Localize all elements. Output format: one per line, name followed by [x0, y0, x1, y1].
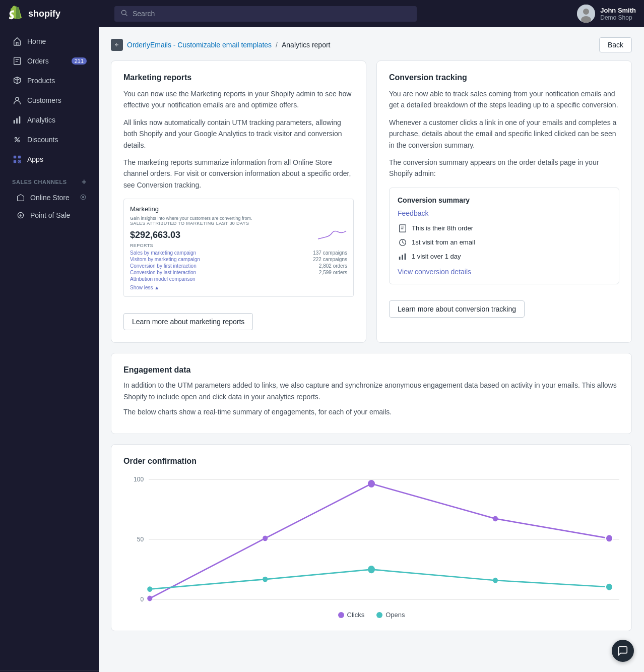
- cards-row: Marketing reports You can now use the Ma…: [111, 60, 632, 343]
- pos-icon: [16, 211, 25, 220]
- sidebar-products-label: Products: [27, 77, 55, 85]
- products-icon: [12, 76, 22, 86]
- ms-row-5: Attribution model comparison: [130, 276, 347, 282]
- svg-rect-11: [14, 156, 16, 158]
- marketing-para1: You can now use the Marketing reports in…: [123, 88, 354, 111]
- chart-container: 100 50 0: [123, 474, 619, 605]
- sidebar-item-analytics[interactable]: Analytics: [4, 110, 95, 130]
- home-icon: [12, 36, 22, 46]
- conversion-tracking-card: Conversion tracking You are now able to …: [376, 60, 632, 343]
- svg-rect-23: [405, 253, 406, 260]
- svg-rect-7: [16, 118, 18, 124]
- ms-sales-label: SALES ATTRIBUTED TO MARKETING LAST 30 DA…: [130, 221, 347, 226]
- svg-rect-19: [400, 225, 406, 232]
- customers-icon: [12, 95, 22, 105]
- sidebar-item-orders[interactable]: Orders 211: [4, 51, 95, 71]
- svg-point-2: [583, 9, 589, 15]
- ms-row-3: Conversion by first interaction 2,802 or…: [130, 263, 347, 269]
- svg-point-16: [82, 196, 84, 198]
- ms-subtitle: Gain insights into where your customers …: [130, 216, 347, 221]
- learn-more-marketing-btn[interactable]: Learn more about marketing reports: [123, 313, 253, 330]
- svg-point-30: [147, 596, 152, 601]
- view-conversion-details-link[interactable]: View conversion details: [398, 268, 471, 276]
- search-icon: [120, 9, 128, 19]
- svg-text:50: 50: [137, 536, 144, 543]
- svg-rect-8: [19, 116, 21, 124]
- ms-row-1: Sales by marketing campaign 137 campaign…: [130, 250, 347, 256]
- conversion-summary-box: Conversion summary Feedback This is thei…: [389, 188, 619, 284]
- store-icon: [16, 193, 25, 202]
- clicks-dot: [338, 612, 344, 618]
- search-bar[interactable]: [114, 6, 417, 22]
- search-input[interactable]: [133, 10, 411, 18]
- feedback-link[interactable]: Feedback: [398, 209, 611, 217]
- svg-rect-6: [14, 120, 15, 124]
- engagement-card: Engagement data In addition to the UTM p…: [111, 353, 632, 434]
- view-store-icon[interactable]: [80, 194, 87, 202]
- opens-dot: [376, 612, 382, 618]
- ms-show-less[interactable]: Show less ▲: [130, 285, 347, 290]
- chart-title: Order confirmation: [123, 457, 619, 466]
- svg-text:100: 100: [134, 476, 144, 483]
- chat-bubble[interactable]: [612, 640, 634, 662]
- apps-icon: [12, 154, 22, 164]
- mini-sparkline: [317, 228, 347, 242]
- breadcrumb-back-icon[interactable]: [111, 39, 123, 51]
- svg-rect-4: [14, 57, 21, 65]
- sidebar-item-pos[interactable]: Point of Sale: [4, 207, 95, 224]
- svg-rect-13: [14, 160, 16, 163]
- conv-item-2: 1st visit from an email: [398, 237, 611, 248]
- breadcrumb: OrderlyEmails - Customizable email templ…: [111, 37, 632, 52]
- shopify-text: shopify: [28, 9, 60, 19]
- receipt-icon: [398, 223, 408, 233]
- orders-badge: 211: [72, 57, 87, 65]
- analytics-icon: [12, 115, 22, 125]
- ms-row-2: Visitors by marketing campaign 222 campa…: [130, 257, 347, 262]
- chart-card: Order confirmation 100 50 0: [111, 444, 632, 631]
- topnav: shopify John Smith Demo Shop: [0, 0, 644, 27]
- sidebar-item-apps[interactable]: Apps: [4, 150, 95, 169]
- sidebar-item-discounts[interactable]: Discounts: [4, 130, 95, 149]
- sidebar-customers-label: Customers: [27, 96, 61, 104]
- engagement-para2: The below charts show a real-time summar…: [123, 406, 619, 417]
- back-button[interactable]: Back: [599, 37, 632, 52]
- conversion-para1: You are now able to track sales coming f…: [389, 88, 619, 111]
- marketing-para2: All links now automatically contain UTM …: [123, 117, 354, 151]
- ms-row-4: Conversion by last interaction 2,599 ord…: [130, 270, 347, 275]
- main-content: OrderlyEmails - Customizable email templ…: [99, 27, 644, 672]
- add-channel-icon[interactable]: +: [82, 177, 87, 187]
- marketing-reports-title: Marketing reports: [123, 73, 354, 82]
- sidebar: Home Orders 211 Products Customers Ana: [0, 27, 99, 672]
- opens-label: Opens: [385, 611, 405, 619]
- orders-icon: [12, 56, 22, 66]
- svg-point-32: [368, 480, 375, 487]
- logo[interactable]: shopify: [8, 6, 106, 22]
- sidebar-item-online-store[interactable]: Online Store: [4, 189, 95, 206]
- svg-point-36: [263, 577, 268, 582]
- clock-icon: [398, 237, 408, 248]
- marketing-screenshot: Marketing Gain insights into where your …: [123, 199, 354, 297]
- breadcrumb-app-link[interactable]: OrderlyEmails - Customizable email templ…: [127, 41, 272, 49]
- discounts-icon: [12, 135, 22, 145]
- svg-point-38: [493, 578, 498, 583]
- sidebar-discounts-label: Discounts: [27, 136, 58, 144]
- svg-point-5: [16, 97, 19, 100]
- svg-rect-12: [18, 156, 21, 158]
- conversion-para3: The conversion summary appears on the or…: [389, 157, 619, 179]
- conv-item-3: 1 visit over 1 day: [398, 252, 611, 262]
- svg-point-35: [147, 586, 152, 592]
- chat-icon: [617, 645, 628, 656]
- sidebar-item-customers[interactable]: Customers: [4, 91, 95, 110]
- avatar: [577, 5, 595, 23]
- user-menu[interactable]: John Smith Demo Shop: [577, 5, 636, 23]
- svg-point-9: [15, 138, 17, 140]
- engagement-para1: In addition to the UTM parameters added …: [123, 380, 619, 402]
- learn-more-conversion-btn[interactable]: Learn more about conversion tracking: [389, 300, 525, 318]
- pos-label: Point of Sale: [30, 211, 70, 219]
- sidebar-item-home[interactable]: Home: [4, 32, 95, 51]
- sidebar-item-products[interactable]: Products: [4, 71, 95, 90]
- sidebar-home-label: Home: [27, 37, 46, 45]
- engagement-title: Engagement data: [123, 365, 619, 375]
- conv-item-1: This is their 8th order: [398, 223, 611, 233]
- svg-point-39: [606, 583, 613, 591]
